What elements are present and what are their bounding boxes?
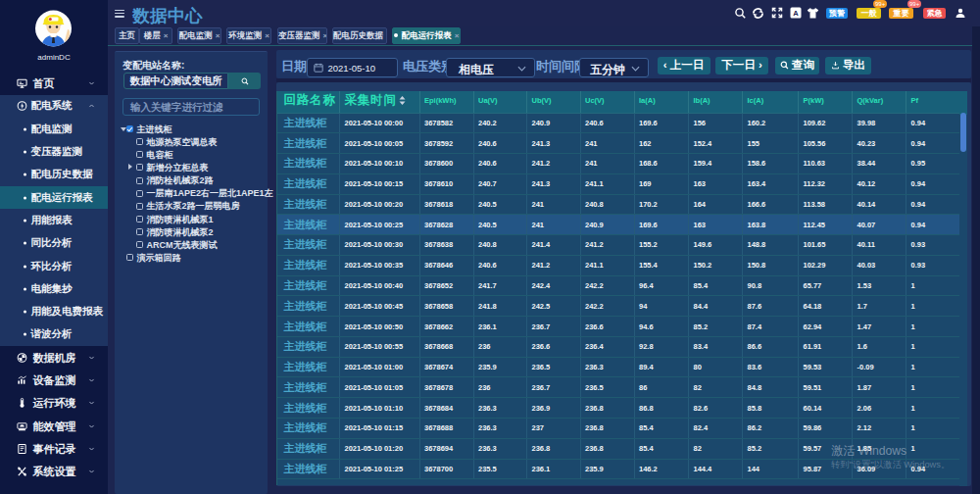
svg-text:A: A <box>793 9 799 18</box>
